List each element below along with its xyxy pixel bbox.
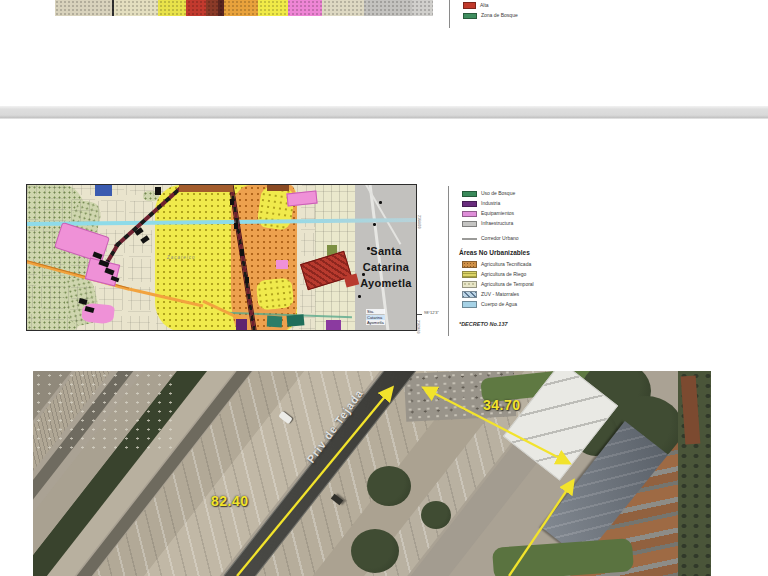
legend-item: Agricultura de Temporal xyxy=(449,281,588,288)
legend-swatch xyxy=(463,13,477,19)
measurement-annotations xyxy=(33,371,711,576)
legend-item-label: Industria xyxy=(481,201,500,206)
legend-item: Industria xyxy=(449,200,588,207)
legend-item: Uso de Bosque xyxy=(449,190,588,197)
agriculture-zone-yellow xyxy=(256,185,296,231)
town-label-line: Santa xyxy=(355,243,417,259)
zoning-map: Santa Catarina Ayometla Zacatelco Sta. C… xyxy=(26,184,417,331)
legend-item: Corredor Urbano xyxy=(449,235,588,242)
legend-swatch xyxy=(462,261,477,268)
agriculture-zone-yellow xyxy=(256,277,295,311)
town-label-line: Ayometla xyxy=(355,275,417,291)
equipment-polygon xyxy=(276,260,288,269)
industry-polygon xyxy=(236,319,247,331)
measure-arrow-right xyxy=(509,481,573,576)
legend-item-label: Alta xyxy=(480,3,489,8)
building-block xyxy=(230,199,234,205)
legend-line-swatch xyxy=(462,238,477,240)
document-viewer[interactable]: Alta Zona de Bosque xyxy=(0,0,768,576)
legend-item-label: Agricultura Tecnificada xyxy=(481,262,531,267)
grid-coordinate-label: 2163600 xyxy=(416,320,420,334)
legend-item: Agricultura de Riego xyxy=(449,271,588,278)
settlement-dot xyxy=(379,201,382,204)
town-sub-label-line: Ayometla xyxy=(366,320,385,325)
legend-swatch xyxy=(462,291,477,298)
town-label-line: Catarina xyxy=(355,259,417,275)
legend-swatch xyxy=(462,301,477,308)
legend-item-label: Zona de Bosque xyxy=(481,13,518,18)
industry-polygon xyxy=(326,320,341,331)
building-block xyxy=(234,223,238,229)
legend-item: Alta xyxy=(450,2,569,9)
legend-swatch xyxy=(462,271,477,278)
brown-zone-edge xyxy=(267,185,289,191)
measurement-label-long: 82.40 xyxy=(211,493,249,509)
legend-item-label: Infraestructura xyxy=(481,221,513,226)
legend-item: Agricultura Tecnificada xyxy=(449,261,588,268)
legend-section-header: Áreas No Urbanizables xyxy=(449,249,588,256)
legend-swatch xyxy=(462,191,477,197)
legend-item-label: Uso de Bosque xyxy=(481,191,515,196)
town-sub-label-line: Catarina xyxy=(366,315,385,320)
legend-item-label: Equipamientos xyxy=(481,211,514,216)
building-block xyxy=(245,277,249,283)
legend-swatch xyxy=(462,201,477,207)
building-block xyxy=(240,249,244,256)
longitude-label: 98°12'3" xyxy=(424,311,439,316)
town-sub-label-line: Sta. xyxy=(366,309,385,314)
settlement-dot xyxy=(373,223,376,226)
measurement-label-short: 34.70 xyxy=(483,397,521,413)
green-area-polygon xyxy=(267,316,283,328)
legend-item: ZUV - Matorrales xyxy=(449,291,588,298)
page-divider xyxy=(0,106,768,119)
legend-swatch xyxy=(462,211,477,217)
map-fragment-texture xyxy=(55,0,433,16)
grid-coordinate-label: 2164400 xyxy=(417,215,421,229)
legend-swatch xyxy=(463,2,476,9)
page1-map-fragment xyxy=(55,0,433,16)
building-block xyxy=(155,187,161,195)
legend-item-label: ZUV - Matorrales xyxy=(481,292,519,297)
legend-item-label: Cuerpo de Agua xyxy=(481,302,517,307)
water-body-polygon xyxy=(95,185,112,196)
legend-swatch xyxy=(462,221,477,227)
legend-item: Cuerpo de Agua xyxy=(449,301,588,308)
page1-legend: Alta Zona de Bosque xyxy=(449,0,569,28)
settlement-dot xyxy=(358,295,361,298)
legend-footnote: *DECRETO No.137 xyxy=(449,321,588,327)
area-label: Zacatelco xyxy=(167,255,196,260)
town-label: Santa Catarina Ayometla xyxy=(355,243,417,291)
legend-item-label: Agricultura de Riego xyxy=(481,272,526,277)
legend-item: Infraestructura xyxy=(449,220,588,227)
town-sub-label: Sta. Catarina Ayometla xyxy=(366,309,385,326)
legend-item-label: Agricultura de Temporal xyxy=(481,282,534,287)
legend-item-label: Corredor Urbano xyxy=(481,236,519,241)
legend-item: Zona de Bosque xyxy=(450,12,569,19)
green-area-polygon xyxy=(287,314,305,326)
legend-item: Equipamientos xyxy=(449,210,588,217)
brown-zone-edge xyxy=(179,185,233,192)
measure-arrow-long xyxy=(237,388,392,576)
legend-swatch xyxy=(462,281,477,288)
tick-mark xyxy=(417,314,422,315)
zoning-legend: Uso de Bosque Industria Equipamientos In… xyxy=(448,186,588,336)
aerial-photo: 34.70 82.40 Priv de Tejada xyxy=(33,371,711,576)
